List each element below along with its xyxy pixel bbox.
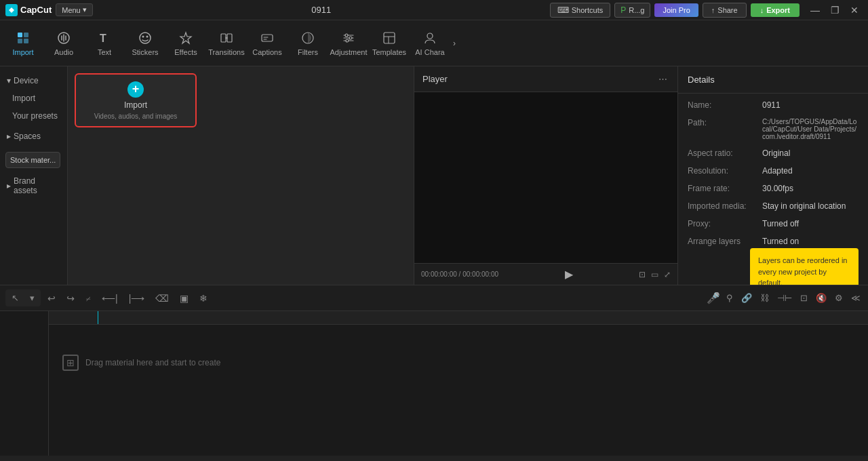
timeline-ruler (49, 311, 868, 325)
player-menu-button[interactable]: ⋯ (656, 72, 669, 86)
svg-marker-10 (180, 33, 191, 43)
detail-value-framerate: 30.00fps (762, 184, 859, 193)
svg-point-9 (146, 35, 149, 37)
unlink-button[interactable]: ⛓ (758, 291, 771, 305)
join-pro-button[interactable]: Join Pro (654, 3, 698, 17)
shortcuts-button[interactable]: ⌨ Shortcuts (550, 3, 610, 18)
stock-material-button[interactable]: Stock mater... (5, 152, 60, 168)
menu-button[interactable]: Menu ▾ (56, 3, 93, 16)
player-body (414, 92, 677, 263)
cursor-tool-group: ↖ ▾ (5, 289, 41, 306)
split-button[interactable]: ⌿ (81, 290, 95, 306)
magnet-button[interactable]: ⚲ (724, 291, 735, 305)
link-button[interactable]: 🔗 (739, 291, 754, 305)
menu-label: Menu (62, 6, 81, 14)
toolbar-more[interactable]: › (450, 39, 458, 48)
player-header: Player ⋯ (414, 66, 677, 92)
tool-adjustment[interactable]: Adjustment (328, 22, 369, 65)
svg-point-19 (427, 33, 433, 39)
sidebar-device-label: Device (14, 76, 39, 85)
microphone-button[interactable]: 🎤 (707, 292, 720, 304)
aspect-ratio-button[interactable]: ▭ (651, 270, 658, 279)
redo-button[interactable]: ↩ (62, 290, 79, 306)
tool-effects[interactable]: Effects (165, 22, 206, 65)
play-button[interactable]: ▶ (565, 268, 573, 281)
tool-stickers[interactable]: Stickers (125, 22, 165, 65)
timeline-settings-button[interactable]: ⚙ (833, 291, 845, 305)
chevron-right-icon-2: ▸ (7, 181, 11, 191)
tool-import[interactable]: Import (3, 22, 43, 65)
tool-adjustment-label: Adjustment (330, 48, 367, 56)
svg-point-16 (349, 37, 352, 39)
sidebar-brand-label: Brand assets (14, 176, 60, 195)
cursor-dropdown[interactable]: ▾ (25, 291, 39, 305)
import-plus-icon: + (127, 81, 144, 98)
tool-audio[interactable]: Audio (43, 22, 84, 65)
tool-ai-chara-label: AI Chara (415, 48, 444, 56)
svg-rect-11 (221, 34, 226, 42)
tool-transitions[interactable]: Transitions (206, 22, 247, 65)
pro-user-label: R...g (629, 6, 644, 14)
playhead-marker (98, 311, 98, 324)
trim-left-button[interactable]: ⟵| (98, 290, 122, 306)
detail-row-imported: Imported media: Stay in original locatio… (688, 201, 859, 211)
trim-right-button[interactable]: |⟶ (125, 290, 149, 306)
drag-hint: ⊞ Drag material here and start to create (49, 345, 868, 380)
sidebar-device-section: ▾ Device Import Your presets (0, 72, 67, 125)
fullscreen-button[interactable]: ⤢ (664, 270, 671, 279)
sidebar-item-presets[interactable]: Your presets (0, 107, 67, 125)
svg-point-8 (142, 35, 144, 37)
tool-import-label: Import (12, 48, 33, 56)
timeline-right-controls: 🎤 ⚲ 🔗 ⛓ ⊣⊢ ⊡ 🔇 ⚙ ≪ (707, 291, 863, 305)
timeline-scrollbar[interactable] (0, 456, 868, 461)
tool-filters[interactable]: Filters (288, 22, 328, 65)
share-button[interactable]: ↑ Share (703, 3, 747, 18)
svg-rect-18 (384, 33, 395, 43)
top-center: 0911 (97, 5, 546, 15)
detail-value-proxy: Turned off (762, 219, 859, 228)
delete-button[interactable]: ⌫ (151, 290, 173, 306)
tooltip-text: Layers can be reordered in every new pro… (758, 256, 847, 285)
player-footer: 00:00:00:00 / 00:00:00:00 ▶ ⊡ ▭ ⤢ (414, 263, 677, 285)
export-button[interactable]: ↓ Export (751, 3, 800, 17)
svg-rect-1 (18, 33, 22, 37)
freeze-button[interactable]: ❄ (195, 290, 212, 306)
detail-value-name: 0911 (762, 100, 859, 110)
svg-rect-12 (227, 34, 232, 42)
drag-hint-text: Drag material here and start to create (85, 358, 220, 367)
screenshot-button[interactable]: ⊡ (639, 270, 646, 279)
undo-button[interactable]: ↩ (43, 290, 60, 306)
detail-row-framerate: Frame rate: 30.00fps (688, 184, 859, 193)
import-zone[interactable]: + Import Videos, audios, and images (75, 73, 197, 127)
detail-label-arrange: Arrange layers (688, 237, 762, 246)
tool-templates[interactable]: Templates (369, 22, 410, 65)
svg-rect-13 (262, 35, 273, 41)
logo-text: CapCut (20, 5, 52, 15)
detail-value-path: C:/Users/TOPGUS/AppData/Local/CapCut/Use… (762, 118, 859, 140)
pro-badge: P R...g (614, 3, 650, 18)
detail-value-imported: Stay in original location (762, 201, 859, 211)
sidebar-device-header[interactable]: ▾ Device (0, 72, 67, 89)
player-time-current: 00:00:00:00 / 00:00:00:00 (421, 270, 498, 278)
sidebar-spaces-header[interactable]: ▸ Spaces (0, 127, 67, 145)
align-center-button[interactable]: ⊣⊢ (775, 291, 794, 305)
detail-row-aspect: Aspect ratio: Original (688, 148, 859, 158)
cursor-button[interactable]: ↖ (7, 291, 24, 305)
tool-text[interactable]: T Text (84, 22, 125, 65)
close-button[interactable]: ✕ (846, 3, 863, 17)
sidebar-brand-header[interactable]: ▸ Brand assets (0, 172, 67, 199)
tool-captions[interactable]: Captions (247, 22, 288, 65)
restore-button[interactable]: ❐ (827, 3, 844, 17)
timeline-more-button[interactable]: ≪ (849, 291, 863, 305)
mute-button[interactable]: 🔇 (814, 291, 829, 305)
minimize-button[interactable]: — (806, 3, 824, 17)
sidebar-spaces-section: ▸ Spaces (0, 127, 67, 145)
player-icons: ⊡ ▭ ⤢ (639, 270, 671, 279)
tool-ai-chara[interactable]: AI Chara (410, 22, 450, 65)
sidebar-item-import[interactable]: Import (0, 89, 67, 107)
player-title: Player (422, 74, 448, 84)
crop-button[interactable]: ▣ (176, 290, 193, 306)
pip-button[interactable]: ⊡ (798, 291, 810, 305)
main-area: ▾ Device Import Your presets ▸ Spaces St… (0, 66, 868, 285)
media-area: + Import Videos, audios, and images (68, 66, 414, 285)
